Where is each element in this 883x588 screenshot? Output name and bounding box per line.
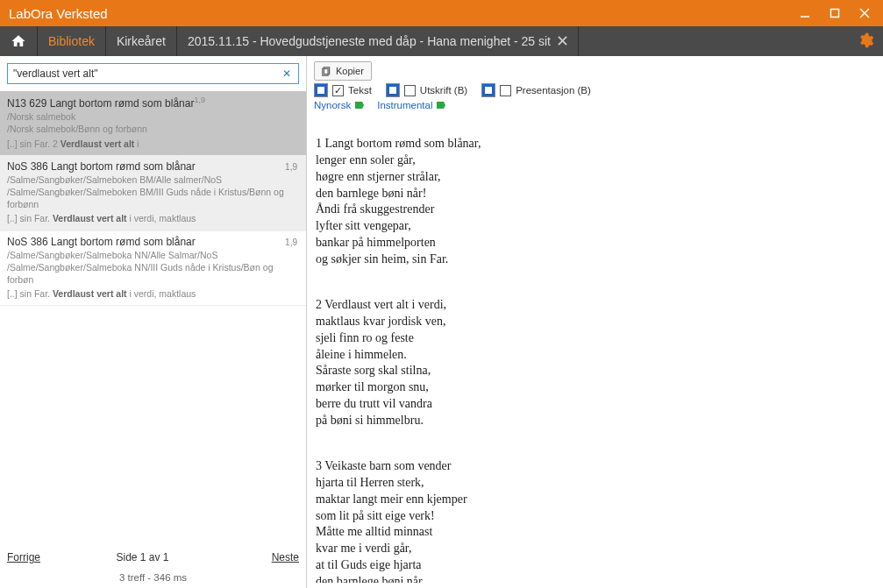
label-utskrift: Utskrift (B): [420, 85, 467, 96]
flag-icon: [436, 101, 446, 110]
window-minimize-button[interactable]: [790, 0, 820, 26]
search-clear[interactable]: ✕: [281, 67, 293, 80]
result-item[interactable]: 1,9 NoS 386 Langt bortom rømd som blånar…: [0, 156, 306, 231]
flag-instrumental[interactable]: Instrumental: [377, 100, 446, 110]
result-path: /Salme/Sangbøker/Salmeboka NN/III Guds n…: [7, 261, 299, 286]
result-title: NoS 386 Langt bortom rømd som blånar: [7, 160, 196, 173]
result-snippet: [..] sin Far. 2 Verdlaust vert alt i: [7, 138, 299, 150]
window-maximize-button[interactable]: [820, 0, 850, 26]
toolbar-row-2: Tekst Utskrift (B) Presentasjon (B): [314, 83, 876, 97]
nav-kirkeaaret[interactable]: Kirkeåret: [106, 26, 177, 56]
pager-next[interactable]: Neste: [272, 551, 299, 567]
nav-workspace-tab[interactable]: 2015.11.15 - Hovedgudstjeneste med dåp -…: [177, 26, 579, 56]
hymn-content: 1 Langt bortom rømd som blånar, lenger e…: [314, 117, 876, 583]
sidebar: ✕ N13 629 Langt bortom rømd som blånar1,…: [0, 56, 307, 588]
nav-bibliotek[interactable]: Bibliotek: [38, 26, 106, 56]
result-path: /Norsk salmebok/Bønn og forbønn: [7, 123, 299, 135]
pager-prev[interactable]: Forrige: [7, 551, 40, 567]
checkbox-presentasjon[interactable]: [500, 85, 511, 96]
toolbar-row-1: Kopier: [314, 61, 876, 81]
view-expand-tekst[interactable]: [314, 83, 328, 97]
navbar: Bibliotek Kirkeåret 2015.11.15 - Hovedgu…: [0, 26, 883, 56]
hymn-verse: 2 Verdlaust vert alt i verdi, maktlaus k…: [316, 297, 876, 429]
titlebar: LabOra Verksted: [0, 0, 883, 26]
view-expand-utskrift[interactable]: [386, 83, 400, 97]
pager: Forrige Side 1 av 1 Neste 3 treff - 346 …: [0, 544, 306, 588]
label-tekst: Tekst: [348, 85, 372, 96]
result-snippet: [..] sin Far. Verdlaust vert alt i verdi…: [7, 287, 299, 300]
view-expand-presentasjon[interactable]: [481, 83, 495, 97]
copy-button[interactable]: Kopier: [314, 61, 372, 81]
flag-icon: [354, 101, 365, 110]
copy-icon: [322, 67, 331, 76]
checkbox-utskrift[interactable]: [404, 85, 416, 96]
nav-workspace-close[interactable]: [558, 34, 567, 48]
toolbar-row-3: Nynorsk Instrumental: [314, 100, 876, 110]
result-path: /Salme/Sangbøker/Salmeboken BM/Alle salm…: [7, 174, 299, 186]
result-title: NoS 386 Langt bortom rømd som blånar: [7, 236, 196, 248]
hymn-verse: 1 Langt bortom rømd som blånar, lenger e…: [316, 136, 876, 268]
home-icon: [11, 33, 26, 49]
checkbox-tekst[interactable]: [332, 85, 344, 96]
close-icon: [558, 36, 567, 46]
gear-icon: [857, 32, 874, 49]
hymn-verse: 3 Veikaste barn som vender hjarta til He…: [316, 458, 876, 583]
search-box[interactable]: ✕: [7, 63, 299, 84]
nav-workspace-label: 2015.11.15 - Hovedgudstjeneste med dåp -…: [188, 34, 551, 48]
content-panel: Kopier Tekst Utskrift (B) Presentasjon (…: [307, 56, 883, 588]
result-path: /Salme/Sangbøker/Salmeboken BM/III Guds …: [7, 186, 299, 210]
results-list: N13 629 Langt bortom rømd som blånar1,9 …: [0, 91, 306, 544]
search-input[interactable]: [13, 67, 281, 80]
result-tag: 1,9: [285, 161, 297, 174]
pager-stats: 3 treff - 346 ms: [7, 572, 299, 583]
result-tag: 1,9: [285, 237, 297, 249]
result-title: N13 629 Langt bortom rømd som blånar: [7, 97, 194, 110]
svg-rect-1: [831, 10, 839, 18]
pager-page: Side 1 av 1: [116, 551, 168, 563]
result-sup: 1,9: [194, 96, 205, 104]
nav-settings[interactable]: [848, 32, 883, 52]
nav-home[interactable]: [0, 26, 38, 56]
window-close-button[interactable]: [850, 0, 879, 26]
result-item[interactable]: 1,9 NoS 386 Langt bortom rømd som blånar…: [0, 231, 306, 307]
app-title: LabOra Verksted: [9, 6, 790, 21]
result-path: /Salme/Sangbøker/Salmeboka NN/Alle Salma…: [7, 249, 299, 261]
flag-nynorsk[interactable]: Nynorsk: [314, 100, 365, 110]
result-path: /Norsk salmebok: [7, 110, 299, 123]
result-item[interactable]: N13 629 Langt bortom rømd som blånar1,9 …: [0, 91, 306, 156]
result-snippet: [..] sin Far. Verdlaust vert alt i verdi…: [7, 212, 299, 224]
label-presentasjon: Presentasjon (B): [516, 85, 591, 96]
